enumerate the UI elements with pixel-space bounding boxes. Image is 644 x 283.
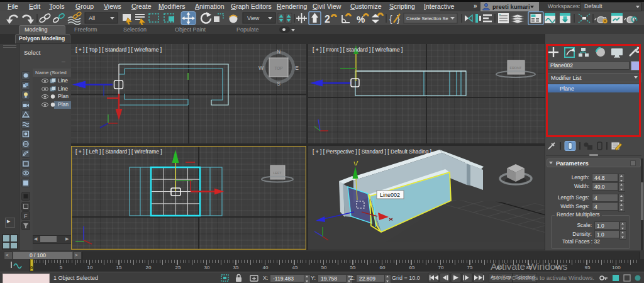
svg-text:N: N bbox=[277, 48, 280, 55]
svg-text:W: W bbox=[258, 65, 264, 71]
svg-text:Line002: Line002 bbox=[380, 192, 400, 198]
svg-text:E: E bbox=[295, 65, 299, 71]
svg-text:{: { bbox=[389, 14, 392, 24]
svg-text:LEFT: LEFT bbox=[273, 171, 282, 175]
svg-text:S: S bbox=[277, 80, 280, 87]
svg-text:FRONT: FRONT bbox=[510, 66, 523, 70]
svg-text:Create Selection Se: Create Selection Se bbox=[406, 16, 448, 21]
svg-text:2: 2 bbox=[325, 14, 330, 25]
svg-text:All: All bbox=[89, 15, 95, 21]
svg-text:TOP: TOP bbox=[274, 66, 282, 70]
svg-text:F: F bbox=[24, 213, 28, 219]
svg-text:View: View bbox=[247, 15, 260, 21]
